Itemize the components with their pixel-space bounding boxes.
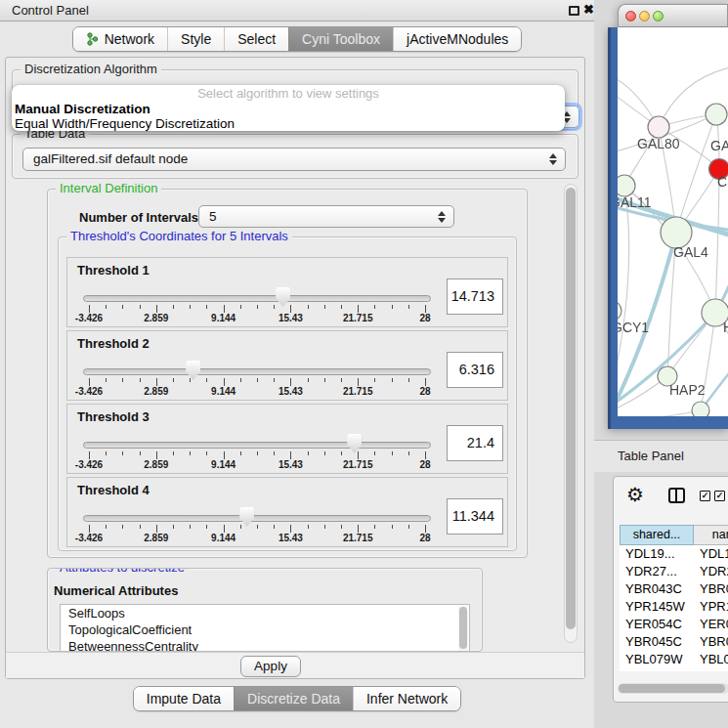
close-traffic-light-icon[interactable] (625, 11, 636, 21)
tick-mark (106, 525, 107, 529)
tab-cyni-toolbox[interactable]: Cyni Toolbox (288, 27, 393, 51)
table-data-group: Table Data galFiltered.sif default node (12, 134, 578, 179)
slider-track[interactable] (83, 295, 431, 302)
column-header-name[interactable]: name (694, 525, 728, 545)
apply-button[interactable]: Apply (240, 656, 301, 677)
threshold-value-field[interactable]: 11.344 (447, 498, 503, 535)
table-panel-titlebar: Table Panel (594, 440, 728, 472)
network-canvas[interactable]: GAL80GACGAL11GAL4GCY1HHAP2 (618, 27, 728, 416)
attribute-item-topologicalcoefficient[interactable]: TopologicalCoefficient (61, 621, 469, 638)
slider-thumb[interactable] (347, 434, 362, 453)
zoom-traffic-light-icon[interactable] (653, 11, 664, 21)
column-header-shared-name[interactable]: shared... (620, 525, 694, 545)
popup-option-equal-width-frequency[interactable]: Equal Width/Frequency Discretization (12, 116, 565, 131)
tick-mark (425, 525, 426, 533)
tick-mark (173, 305, 174, 309)
slider-thumb[interactable] (239, 507, 254, 527)
tick-mark (106, 378, 107, 382)
table-data-combobox[interactable]: galFiltered.sif default node (22, 148, 566, 171)
cell-shared-name[interactable]: YDR27... (620, 563, 694, 580)
table-row[interactable]: YBL079WYBL079W (620, 651, 728, 668)
tab-label: Select (237, 31, 276, 47)
tick-mark (274, 451, 275, 455)
network-node[interactable] (618, 301, 621, 321)
list-scrollbar[interactable] (458, 606, 468, 652)
tick-mark (173, 378, 174, 382)
cell-name[interactable]: YBR043C (694, 580, 728, 598)
tab-style[interactable]: Style (167, 27, 224, 51)
tab-impute-data[interactable]: Impute Data (134, 687, 234, 710)
columns-icon[interactable] (668, 488, 685, 503)
minimize-traffic-light-icon[interactable] (639, 11, 650, 21)
tick-label: 9.144 (211, 313, 236, 323)
tick-label: 9.144 (211, 459, 236, 470)
tick-mark (324, 305, 325, 309)
cell-shared-name[interactable]: YBR043C (620, 580, 694, 598)
tab-discretize-data[interactable]: Discretize Data (234, 687, 353, 710)
cell-name[interactable]: YBL079W (694, 651, 728, 668)
tick-mark (408, 378, 409, 382)
table-row[interactable]: YPR145WYPR145W (620, 598, 728, 616)
cell-shared-name[interactable]: YBR045C (620, 633, 694, 651)
cell-name[interactable]: YPR145W (694, 598, 728, 616)
tab-network[interactable]: Network (73, 27, 167, 51)
float-window-icon[interactable] (569, 6, 579, 16)
network-node[interactable] (648, 116, 669, 138)
network-node[interactable] (618, 175, 635, 196)
tick-mark (173, 451, 174, 455)
network-node[interactable] (706, 104, 727, 125)
tab-select[interactable]: Select (224, 27, 288, 51)
attribute-item-betweennesscentrality[interactable]: BetweennessCentrality (61, 638, 469, 652)
table-rows: YDL19...YDL19...YDR27...YDR27...YBR043CY… (620, 545, 728, 671)
network-edge[interactable] (618, 186, 629, 387)
tab-jactivemnodules[interactable]: jActiveMNodules (393, 27, 521, 51)
table-horizontal-scrollbar[interactable] (618, 683, 728, 694)
table-row[interactable]: YDL19...YDL19... (620, 545, 728, 563)
table-row[interactable]: YBR043CYBR043C (620, 580, 728, 598)
num-intervals-combobox[interactable]: 5 (198, 205, 454, 228)
attribute-item-selfloops[interactable]: SelfLoops (61, 605, 469, 621)
cell-shared-name[interactable]: YLR345W (620, 668, 694, 671)
slider-thumb[interactable] (276, 287, 290, 307)
slider-thumb[interactable] (186, 361, 200, 380)
popup-option-manual-discretization[interactable]: Manual Discretization (12, 102, 565, 116)
cell-name[interactable]: YLR345W (694, 668, 728, 671)
cell-shared-name[interactable]: YDL19... (620, 545, 694, 563)
cell-name[interactable]: YDL19... (694, 545, 728, 563)
slider-track[interactable] (83, 442, 431, 449)
threshold-value-field[interactable]: 14.713 (447, 278, 503, 315)
tick-mark (374, 305, 375, 309)
threshold-label: Threshold 4 (77, 483, 150, 497)
slider-track[interactable] (83, 368, 431, 375)
network-edge[interactable] (715, 169, 719, 313)
tick-label: -3.426 (75, 533, 103, 543)
threshold-value-field[interactable]: 21.4 (447, 425, 503, 461)
cell-name[interactable]: YER054C (694, 616, 728, 633)
network-edge[interactable] (618, 410, 701, 416)
network-node[interactable] (692, 402, 709, 416)
cell-shared-name[interactable]: YER054C (620, 616, 694, 633)
tick-label: 21.715 (343, 533, 373, 543)
cell-name[interactable]: YBR045C (694, 633, 728, 651)
panel-vertical-scrollbar[interactable] (564, 184, 578, 643)
table-row[interactable]: YBR045CYBR045C (620, 633, 728, 651)
network-window-titlebar[interactable] (618, 4, 728, 27)
cell-shared-name[interactable]: YPR145W (620, 598, 694, 616)
table-row[interactable]: YLR345WYLR345W (620, 668, 728, 671)
checkbox-select-none-icon[interactable]: ✓ (714, 491, 725, 501)
table-row[interactable]: YER054CYER054C (620, 616, 728, 633)
cell-shared-name[interactable]: YBL079W (620, 651, 694, 668)
slider-track[interactable] (83, 515, 431, 522)
attributes-list[interactable]: SelfLoopsTopologicalCoefficientBetweenne… (60, 604, 470, 652)
tab-infer-network[interactable]: Infer Network (353, 687, 460, 710)
cell-name[interactable]: YDR27... (694, 563, 728, 580)
gear-icon[interactable]: ⚙ (626, 483, 644, 506)
tick-mark (257, 378, 258, 382)
table-row[interactable]: YDR27...YDR27... (620, 563, 728, 580)
threshold-value-field[interactable]: 6.316 (447, 352, 503, 388)
tick-mark (341, 525, 342, 529)
close-icon[interactable]: ✖ (583, 2, 594, 17)
numerical-attributes-label: Numerical Attributes (54, 583, 178, 598)
network-node-label: GAL11 (618, 194, 652, 210)
checkbox-select-all-icon[interactable]: ✓ (700, 491, 710, 501)
